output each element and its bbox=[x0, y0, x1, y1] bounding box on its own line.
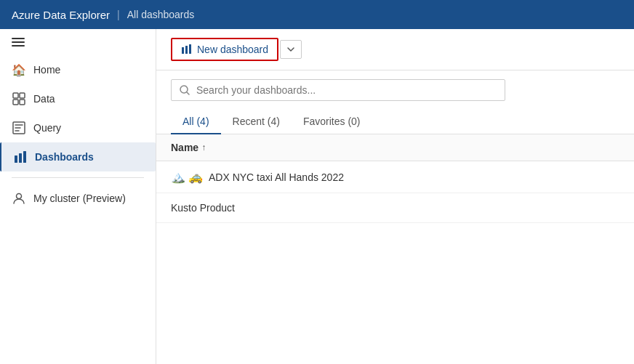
sidebar-item-home-label: Home bbox=[33, 64, 60, 76]
query-icon bbox=[12, 121, 26, 135]
table-header: Name ↑ bbox=[156, 134, 634, 161]
svg-rect-6 bbox=[19, 153, 22, 163]
svg-rect-11 bbox=[185, 46, 188, 54]
dashboards-icon bbox=[13, 150, 28, 164]
sidebar: 🏠 Home Data Query Dashboards bbox=[0, 29, 156, 364]
row-icons-1: 🏔️ 🚕 bbox=[171, 170, 203, 184]
sidebar-divider bbox=[12, 177, 144, 178]
sidebar-item-data-label: Data bbox=[33, 93, 55, 105]
new-dashboard-button[interactable]: New dashboard bbox=[171, 38, 278, 61]
sidebar-item-home[interactable]: 🏠 Home bbox=[0, 55, 156, 84]
tab-all[interactable]: All (4) bbox=[171, 110, 221, 134]
column-name: Name ↑ bbox=[171, 142, 206, 153]
header-separator: | bbox=[117, 9, 120, 20]
tabs-area: All (4) Recent (4) Favorites (0) bbox=[156, 110, 634, 134]
hamburger-menu[interactable] bbox=[0, 29, 156, 55]
content-area: New dashboard All (4) Recent (4) Favorit… bbox=[156, 29, 634, 364]
row-name-1: ADX NYC taxi All Hands 2022 bbox=[209, 171, 344, 183]
tab-recent[interactable]: Recent (4) bbox=[221, 110, 292, 134]
svg-rect-12 bbox=[189, 44, 191, 54]
hamburger-icon bbox=[12, 38, 144, 46]
svg-point-8 bbox=[17, 194, 22, 199]
tab-favorites[interactable]: Favorites (0) bbox=[292, 110, 372, 134]
new-dashboard-label: New dashboard bbox=[197, 44, 268, 55]
sidebar-item-query-label: Query bbox=[33, 122, 61, 134]
search-area bbox=[156, 70, 634, 110]
row-name-2: Kusto Product bbox=[171, 202, 235, 214]
table-row[interactable]: 🏔️ 🚕 ADX NYC taxi All Hands 2022 bbox=[156, 161, 634, 193]
svg-rect-5 bbox=[15, 155, 17, 163]
new-dashboard-dropdown[interactable] bbox=[280, 40, 302, 59]
main-layout: 🏠 Home Data Query Dashboards bbox=[0, 29, 634, 364]
toolbar: New dashboard bbox=[156, 29, 634, 70]
sidebar-item-dashboards[interactable]: Dashboards bbox=[0, 142, 156, 171]
sidebar-item-query[interactable]: Query bbox=[0, 113, 156, 142]
sidebar-item-my-cluster[interactable]: My cluster (Preview) bbox=[0, 184, 156, 213]
top-header: Azure Data Explorer | All dashboards bbox=[0, 0, 634, 29]
svg-rect-2 bbox=[13, 100, 18, 105]
search-icon bbox=[179, 84, 190, 96]
sidebar-item-data[interactable]: Data bbox=[0, 84, 156, 113]
dashboard-btn-icon bbox=[181, 44, 193, 55]
data-icon bbox=[12, 92, 26, 106]
svg-rect-7 bbox=[23, 151, 26, 163]
svg-rect-1 bbox=[20, 93, 25, 98]
row-icon-taxi: 🚕 bbox=[188, 170, 203, 184]
home-icon: 🏠 bbox=[12, 62, 26, 77]
svg-rect-0 bbox=[13, 93, 18, 98]
search-box[interactable] bbox=[171, 79, 505, 101]
row-icon-landscape: 🏔️ bbox=[171, 170, 185, 184]
sidebar-nav: 🏠 Home Data Query Dashboards bbox=[0, 55, 156, 213]
sidebar-item-dashboards-label: Dashboards bbox=[35, 151, 94, 163]
table-row[interactable]: Kusto Product bbox=[156, 193, 634, 223]
my-cluster-icon bbox=[12, 191, 26, 206]
app-name: Azure Data Explorer bbox=[12, 9, 110, 21]
svg-rect-3 bbox=[20, 100, 25, 105]
current-section: All dashboards bbox=[127, 9, 195, 20]
svg-rect-10 bbox=[182, 47, 184, 54]
sidebar-item-my-cluster-label: My cluster (Preview) bbox=[33, 193, 126, 204]
table-area: Name ↑ 🏔️ 🚕 ADX NYC taxi All Hands 2022 … bbox=[156, 134, 634, 364]
chevron-down-icon bbox=[286, 45, 295, 54]
search-input[interactable] bbox=[196, 84, 497, 96]
